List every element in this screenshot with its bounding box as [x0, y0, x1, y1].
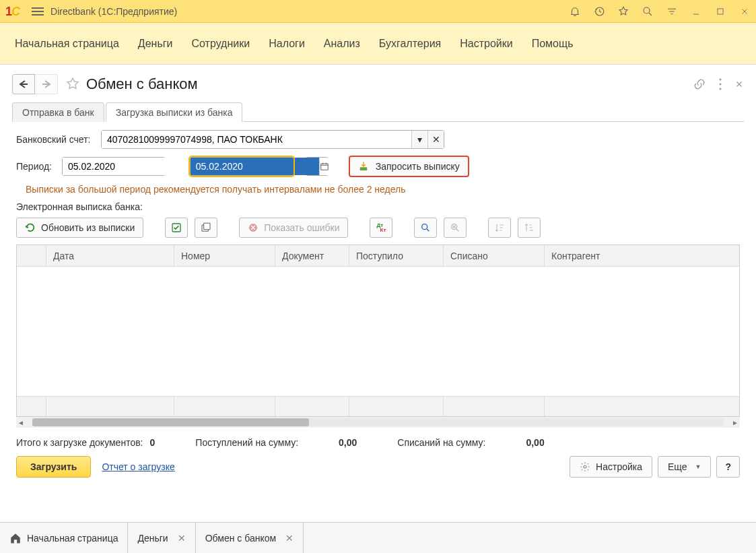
request-statement-button[interactable]: Запросить выписку [349, 156, 469, 177]
totals-docs-value: 0 [150, 437, 156, 448]
taskbar-tab-exchange-label: Обмен с банком [205, 533, 276, 544]
section-label: Электронная выписка банка: [16, 201, 740, 212]
help-button[interactable]: ? [716, 456, 740, 478]
sort-desc-icon [524, 222, 535, 233]
grid-col-counterparty[interactable]: Контрагент [545, 245, 739, 266]
filter-icon[interactable] [666, 5, 678, 18]
taskbar-tab-exchange[interactable]: Обмен с банком ✕ [196, 523, 304, 553]
grid-col-incoming[interactable]: Поступило [349, 245, 444, 266]
statement-grid[interactable]: Дата Номер Документ Поступило Списано Ко… [16, 245, 740, 417]
period-from-input[interactable] [63, 158, 191, 175]
period-label: Период: [16, 161, 58, 172]
svg-point-5 [720, 88, 722, 90]
statement-toolbar: Обновить из выписки Показать ошибки ДтКт [16, 218, 740, 238]
page-header: Обмен с банком [12, 71, 744, 97]
maximize-icon[interactable] [714, 5, 726, 18]
favorite-star-icon[interactable] [65, 76, 81, 92]
bell-icon[interactable] [569, 5, 581, 18]
period-to-input[interactable] [191, 158, 319, 175]
refresh-from-statement-button[interactable]: Обновить из выписки [16, 218, 143, 238]
download-icon [358, 161, 369, 172]
svg-rect-7 [321, 164, 329, 170]
search-icon[interactable] [642, 5, 654, 18]
sort-asc-button[interactable] [488, 218, 511, 238]
totals-in-label: Поступлений на сумму: [195, 437, 298, 448]
taskbar-tab-money[interactable]: Деньги ✕ [128, 523, 195, 553]
close-window-icon[interactable] [738, 5, 751, 18]
menu-icon[interactable] [32, 5, 44, 18]
svg-rect-2 [718, 9, 723, 14]
account-input[interactable] [102, 131, 411, 148]
grid-col-date[interactable]: Дата [46, 245, 174, 266]
star-icon[interactable] [617, 5, 629, 18]
link-icon[interactable] [693, 77, 706, 91]
totals-row: Итого к загрузке документов: 0 Поступлен… [16, 437, 740, 448]
svg-point-13 [422, 224, 427, 230]
totals-in-value: 0,00 [339, 437, 357, 448]
close-icon[interactable]: ✕ [178, 533, 186, 544]
account-label: Банковский счет: [16, 134, 97, 145]
sort-asc-icon [494, 222, 505, 233]
grid-col-number[interactable]: Номер [174, 245, 275, 266]
nav-help[interactable]: Помощь [532, 38, 574, 50]
nav-analysis[interactable]: Анализ [324, 38, 360, 50]
sort-desc-button[interactable] [518, 218, 541, 238]
nav-employees[interactable]: Сотрудники [192, 38, 250, 50]
grid-col-doc[interactable]: Документ [275, 245, 349, 266]
page-title: Обмен с банком [86, 75, 198, 93]
refresh-label: Обновить из выписки [41, 222, 135, 233]
dtkt-icon: ДтКт [377, 223, 386, 232]
account-clear-icon[interactable]: ✕ [427, 131, 444, 148]
find-button[interactable] [414, 218, 437, 238]
error-icon [248, 222, 259, 233]
account-dropdown-icon[interactable]: ▾ [411, 131, 427, 148]
uncheck-all-button[interactable] [195, 218, 217, 238]
window-title: Directbank (1С:Предприятие) [50, 6, 177, 17]
nav-accounting[interactable]: Бухгалтерия [379, 38, 441, 50]
back-button[interactable] [12, 74, 35, 94]
request-statement-label: Запросить выписку [376, 161, 460, 172]
scroll-left-icon[interactable]: ◄ [18, 419, 24, 426]
home-icon [9, 532, 22, 544]
grid-body-empty [17, 267, 739, 396]
svg-point-4 [720, 84, 722, 86]
chevron-down-icon: ▼ [695, 463, 701, 470]
find-clear-button[interactable] [444, 218, 467, 238]
settings-button[interactable]: Настройка [570, 456, 652, 478]
close-page-icon[interactable] [734, 79, 744, 89]
scroll-right-icon[interactable]: ► [732, 419, 738, 426]
calendar-icon[interactable] [319, 158, 329, 175]
taskbar-tab-money-label: Деньги [137, 533, 168, 544]
check-all-button[interactable] [165, 218, 188, 238]
nav-settings[interactable]: Настройки [460, 38, 512, 50]
settings-label: Настройка [596, 461, 642, 472]
nav-taxes[interactable]: Налоги [269, 38, 305, 50]
totals-out-label: Списаний на сумму: [397, 437, 485, 448]
taskbar-home[interactable]: Начальная страница [0, 523, 128, 553]
nav-money[interactable]: Деньги [138, 38, 173, 50]
account-combo[interactable]: ▾ ✕ [101, 130, 444, 149]
tab-send-to-bank[interactable]: Отправка в банк [12, 102, 104, 122]
grid-col-check[interactable] [17, 245, 46, 266]
nav-home[interactable]: Начальная страница [15, 38, 119, 50]
kebab-icon[interactable] [718, 77, 722, 91]
close-icon[interactable]: ✕ [285, 533, 294, 544]
taskbar-home-label: Начальная страница [27, 533, 118, 544]
load-button[interactable]: Загрузить [16, 456, 91, 478]
grid-footer [17, 396, 739, 416]
load-report-link[interactable]: Отчет о загрузке [102, 461, 174, 472]
tab-load-statement[interactable]: Загрузка выписки из банка [106, 102, 243, 122]
more-button[interactable]: Еще ▼ [658, 456, 711, 478]
period-to-field[interactable] [190, 157, 294, 176]
period-from-field[interactable] [62, 157, 166, 176]
svg-point-3 [720, 79, 722, 81]
minimize-icon[interactable] [690, 5, 702, 18]
history-icon[interactable] [593, 5, 605, 18]
grid-horizontal-scrollbar[interactable]: ◄ ► [16, 417, 740, 428]
show-errors-button[interactable]: Показать ошибки [239, 218, 348, 238]
dtkt-button[interactable]: ДтКт [370, 218, 392, 238]
scroll-thumb[interactable] [32, 418, 309, 426]
forward-button[interactable] [35, 74, 58, 94]
grid-col-outgoing[interactable]: Списано [444, 245, 545, 266]
svg-rect-8 [359, 167, 367, 170]
